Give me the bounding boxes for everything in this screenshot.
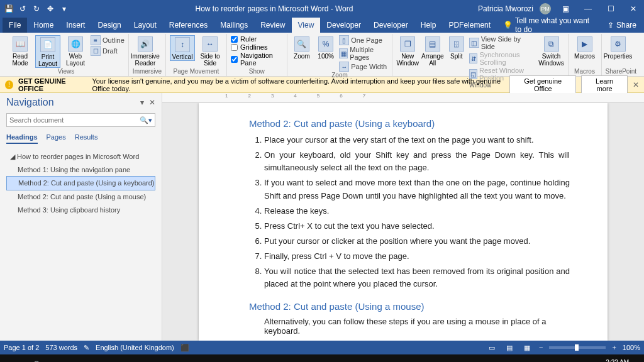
view-side-by-side-button[interactable]: ◫View Side by Side bbox=[469, 35, 536, 50]
tell-me-search[interactable]: 💡Tell me what you want to do bbox=[497, 18, 600, 33]
word-count[interactable]: 573 words bbox=[45, 344, 77, 351]
mail-icon[interactable]: ✉ bbox=[74, 356, 97, 362]
side-to-side-button[interactable]: ↔Side to Side bbox=[197, 35, 223, 67]
label: Synchronous Scrolling bbox=[479, 51, 536, 66]
immersive-reader-button[interactable]: 🔊Immersive Reader bbox=[133, 35, 158, 67]
undo-icon[interactable]: ↺ bbox=[16, 4, 29, 13]
edge-icon[interactable]: e bbox=[98, 356, 121, 362]
one-page-button[interactable]: ▯One Page bbox=[339, 35, 388, 45]
web-layout-button[interactable]: 🌐Web Layout bbox=[63, 35, 88, 67]
tab-developer-2[interactable]: Developer bbox=[367, 18, 414, 33]
print-layout-icon: 📄 bbox=[40, 37, 55, 52]
horizontal-ruler[interactable]: 1234567 bbox=[162, 93, 644, 103]
close-warning-icon[interactable]: ✕ bbox=[633, 80, 639, 89]
arrange-all-button[interactable]: ▤Arrange All bbox=[421, 35, 444, 67]
minimize-icon[interactable]: — bbox=[580, 4, 596, 13]
tab-insert[interactable]: Insert bbox=[60, 18, 91, 33]
tab-layout[interactable]: Layout bbox=[128, 18, 163, 33]
word-taskbar-icon[interactable]: W bbox=[242, 356, 264, 362]
teams-icon[interactable]: 👥 bbox=[194, 356, 216, 362]
page-width-button[interactable]: ↔Page Width bbox=[339, 62, 388, 72]
switch-windows-icon: ⧉ bbox=[544, 36, 559, 52]
get-genuine-button[interactable]: Get genuine Office bbox=[509, 75, 576, 94]
macro-record-icon[interactable]: ⬛ bbox=[180, 344, 189, 352]
tab-developer-1[interactable]: Developer bbox=[320, 18, 367, 33]
clock[interactable]: 2:22 AM9/20/2021 bbox=[601, 359, 630, 362]
explorer-icon[interactable]: 📁 bbox=[122, 356, 145, 362]
tab-mailings[interactable]: Mailings bbox=[214, 18, 254, 33]
task-view-icon[interactable]: ❐ bbox=[50, 356, 73, 362]
gridlines-checkbox[interactable]: Gridlines bbox=[231, 43, 283, 51]
search-icon[interactable]: 🔍▾ bbox=[140, 116, 152, 124]
tree-item[interactable]: Method 3: Using clipboard history bbox=[6, 204, 155, 217]
app-icon[interactable]: ▶ bbox=[170, 356, 192, 362]
navigation-pane: Navigation ▾ ✕ 🔍▾ Headings Pages Results… bbox=[0, 93, 162, 341]
save-icon[interactable]: 💾 bbox=[3, 4, 15, 13]
spellcheck-icon[interactable]: ✎ bbox=[84, 344, 89, 352]
nav-search-box[interactable]: 🔍▾ bbox=[6, 113, 155, 127]
read-view-icon[interactable]: ▭ bbox=[486, 344, 497, 352]
ribbon-options-icon[interactable]: ▣ bbox=[557, 4, 574, 13]
nav-pane-options-icon[interactable]: ▾ bbox=[140, 98, 144, 107]
zoom-100-button[interactable]: %100% bbox=[315, 35, 336, 60]
search-input[interactable] bbox=[9, 116, 140, 124]
group-label: Show bbox=[231, 68, 283, 76]
redo-icon[interactable]: ↻ bbox=[30, 4, 43, 13]
app-icon[interactable]: ⬚ bbox=[218, 356, 240, 362]
nav-pane-title: Navigation bbox=[6, 97, 140, 108]
nav-tab-headings[interactable]: Headings bbox=[6, 133, 38, 144]
label: Print Layout bbox=[36, 53, 60, 67]
print-view-icon[interactable]: ▤ bbox=[504, 344, 515, 352]
maximize-icon[interactable]: ☐ bbox=[602, 4, 619, 13]
vertical-button[interactable]: ↕Vertical bbox=[170, 35, 195, 61]
tab-view[interactable]: View bbox=[292, 18, 321, 33]
tab-file[interactable]: File bbox=[3, 18, 27, 33]
tree-item[interactable]: Method 1: Using the navigation pane bbox=[6, 163, 155, 177]
nav-pane-close-icon[interactable]: ✕ bbox=[149, 98, 155, 107]
learn-more-button[interactable]: Learn more bbox=[581, 75, 628, 94]
outline-button[interactable]: ≡Outline bbox=[91, 35, 125, 45]
ruler-checkbox[interactable]: Ruler bbox=[231, 35, 283, 43]
tree-item-selected[interactable]: Method 2: Cut and paste (Using a keyboar… bbox=[6, 176, 155, 190]
language-indicator[interactable]: English (United Kingdom) bbox=[96, 344, 174, 351]
read-mode-button[interactable]: 📖Read Mode bbox=[8, 35, 33, 67]
nav-tab-results[interactable]: Results bbox=[75, 133, 98, 144]
start-button[interactable]: ⊞ bbox=[3, 356, 25, 362]
page-indicator[interactable]: Page 1 of 2 bbox=[4, 344, 39, 351]
zoom-slider[interactable] bbox=[549, 346, 606, 349]
store-icon[interactable]: 🛍 bbox=[146, 356, 169, 362]
tab-references[interactable]: References bbox=[163, 18, 214, 33]
macros-button[interactable]: ▶Macros bbox=[572, 35, 597, 60]
navigation-pane-checkbox[interactable]: Navigation Pane bbox=[231, 52, 283, 67]
print-layout-button[interactable]: 📄Print Layout bbox=[35, 35, 60, 68]
zoom-level[interactable]: 100% bbox=[623, 344, 640, 351]
tab-home[interactable]: Home bbox=[27, 18, 60, 33]
user-name[interactable]: Patricia Mworozi bbox=[478, 4, 533, 13]
tab-help[interactable]: Help bbox=[414, 18, 443, 33]
tab-design[interactable]: Design bbox=[91, 18, 127, 33]
properties-button[interactable]: ⚙Properties bbox=[606, 35, 631, 60]
zoom-in-icon[interactable]: + bbox=[612, 344, 616, 351]
new-window-button[interactable]: ❐New Window bbox=[396, 35, 419, 67]
touch-mode-icon[interactable]: ✥ bbox=[44, 4, 57, 13]
user-avatar[interactable]: PM bbox=[540, 3, 551, 14]
nav-tab-pages[interactable]: Pages bbox=[47, 133, 66, 144]
tab-pdfelement[interactable]: PDFelement bbox=[442, 18, 497, 33]
draft-button[interactable]: ☐Draft bbox=[91, 46, 125, 56]
time-text: 2:22 AM bbox=[601, 359, 630, 362]
multiple-pages-button[interactable]: ▦Multiple Pages bbox=[339, 46, 388, 61]
close-icon[interactable]: ✕ bbox=[625, 4, 641, 13]
document-canvas[interactable]: Method 2: Cut and paste (Using a keyboar… bbox=[162, 103, 644, 341]
tree-root[interactable]: ◢ How to reorder pages in Microsoft Word bbox=[6, 150, 155, 163]
share-button[interactable]: ⇪Share bbox=[600, 18, 644, 33]
switch-windows-button[interactable]: ⧉Switch Windows bbox=[539, 35, 564, 67]
label: Draft bbox=[103, 47, 118, 55]
zoom-out-icon[interactable]: − bbox=[539, 344, 543, 351]
tab-review[interactable]: Review bbox=[254, 18, 291, 33]
tree-item[interactable]: Method 2: Cut and paste (Using a mouse) bbox=[6, 190, 155, 204]
zoom-button[interactable]: 🔍Zoom bbox=[291, 35, 313, 60]
split-button[interactable]: ⌹Split bbox=[447, 35, 467, 60]
qat-more-icon[interactable]: ▾ bbox=[58, 4, 70, 13]
search-taskbar-icon[interactable]: 🔍 bbox=[26, 356, 49, 362]
web-view-icon[interactable]: ▦ bbox=[521, 344, 533, 352]
